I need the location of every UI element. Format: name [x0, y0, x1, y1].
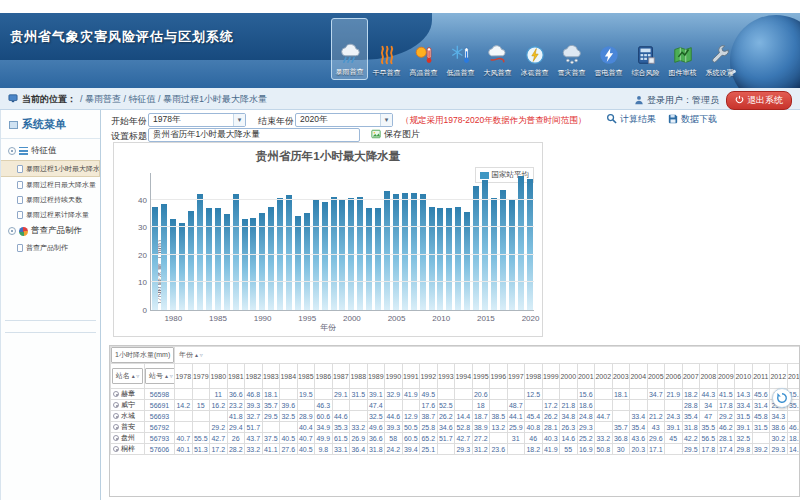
sidebar-item[interactable]: 暴雨过程累计降水量	[1, 207, 100, 222]
year-column-header[interactable]: 1982	[245, 364, 263, 389]
radio-icon[interactable]	[113, 391, 119, 397]
bars	[151, 173, 534, 310]
year-column-header[interactable]: 2006	[665, 364, 683, 389]
year-column-header[interactable]: 2007	[682, 364, 700, 389]
tree-group-普查产品制作[interactable]: 普查产品制作	[1, 222, 100, 240]
filter-icon[interactable]: ▿	[168, 373, 173, 379]
radio-icon[interactable]	[113, 424, 119, 430]
logout-button[interactable]: 退出系统	[726, 91, 792, 110]
year-column-header[interactable]: 1978	[175, 364, 193, 389]
table-row: 盘州5679340.755.542.72643.737.540.540.749.…	[111, 433, 800, 444]
nav-cold[interactable]: 低温普查	[442, 18, 479, 80]
start-year-value: 1978年	[153, 114, 180, 126]
value-cell	[542, 389, 560, 400]
download-button[interactable]: 数据下载	[668, 113, 717, 126]
nav-snow[interactable]: 雪灾普查	[553, 18, 590, 80]
filter-icon[interactable]: ▿	[135, 373, 140, 379]
calculate-button[interactable]: 计算结果	[606, 113, 656, 126]
bar	[161, 204, 167, 310]
year-column-header[interactable]: 1994	[455, 364, 473, 389]
nav-settings[interactable]: 系统设置	[701, 18, 738, 80]
value-cell: 33.4	[735, 400, 753, 411]
year-column-header[interactable]: 2001	[577, 364, 595, 389]
refresh-button[interactable]	[772, 388, 792, 408]
station-name-cell[interactable]: 普安	[111, 422, 145, 433]
year-column-header[interactable]: 1997	[507, 364, 525, 389]
tree-group-特征值[interactable]: 特征值	[1, 142, 100, 160]
radio-icon[interactable]	[113, 413, 119, 419]
year-column-header[interactable]: 1995	[472, 364, 490, 389]
year-column-header[interactable]: 2002	[595, 364, 613, 389]
year-column-header[interactable]: 2003	[612, 364, 630, 389]
year-column-header[interactable]: 1996	[490, 364, 508, 389]
year-column-header[interactable]: 2005	[647, 364, 665, 389]
year-column-header[interactable]: 2010	[735, 364, 753, 389]
year-column-header[interactable]: 1981	[227, 364, 245, 389]
value-cell: 46.8	[787, 422, 800, 433]
station-name-cell[interactable]: 威宁	[111, 400, 145, 411]
year-column-header[interactable]: 1991	[402, 364, 420, 389]
expander-icon[interactable]	[8, 147, 16, 155]
station-id-header[interactable]: 站号 ▴ ▿	[145, 364, 175, 389]
chart-title-input[interactable]: 贵州省历年1小时最大降水量	[148, 128, 360, 142]
value-cell: 25.2	[577, 433, 595, 444]
nav-hail[interactable]: 冰雹普查	[516, 18, 553, 80]
year-column-header[interactable]: 1986	[315, 364, 333, 389]
year-column-header[interactable]: 2000	[560, 364, 578, 389]
station-name-cell[interactable]: 桐梓	[111, 444, 145, 455]
station-name-cell[interactable]: 赫章	[111, 389, 145, 400]
station-name-cell[interactable]: 水城	[111, 411, 145, 422]
year-column-header[interactable]: 2008	[700, 364, 718, 389]
radio-icon[interactable]	[113, 446, 119, 452]
nav-risk[interactable]: 综合风险	[627, 18, 664, 80]
nav-lightning[interactable]: 雷电普查	[590, 18, 627, 80]
sidebar-item[interactable]: 暴雨过程日最大降水量	[1, 177, 100, 192]
hail-icon	[524, 44, 546, 66]
year-column-header[interactable]: 1983	[262, 364, 280, 389]
value-cell: 32.5	[280, 411, 298, 422]
station-name-header[interactable]: 站名 ▴ ▿	[111, 364, 145, 389]
year-column-header[interactable]: 2012	[770, 364, 788, 389]
year-column-header[interactable]: 1984	[280, 364, 298, 389]
value-cell: 17.2	[210, 444, 228, 455]
year-column-header[interactable]: 2011	[752, 364, 770, 389]
nav-map[interactable]: 图件审核	[664, 18, 701, 80]
year-group-header[interactable]: 年份 ▴ ▿	[175, 347, 800, 364]
year-column-header[interactable]: 1979	[192, 364, 210, 389]
breadcrumb-path[interactable]: / 暴雨普查 / 特征值 / 暴雨过程1小时最大降水量	[80, 93, 267, 106]
year-column-header[interactable]: 1999	[542, 364, 560, 389]
value-cell: 24.3	[665, 411, 683, 422]
year-column-header[interactable]: 1993	[437, 364, 455, 389]
radio-icon[interactable]	[113, 435, 119, 441]
sidebar-item[interactable]: 普查产品制作	[1, 240, 100, 255]
value-cell: 39.1	[367, 389, 385, 400]
year-column-header[interactable]: 1990	[385, 364, 403, 389]
sidebar-item[interactable]: 暴雨过程持续天数	[1, 192, 100, 207]
end-year-select[interactable]: 2020年 ▾	[295, 113, 393, 127]
expander-icon[interactable]	[8, 227, 16, 235]
year-column-header[interactable]: 1988	[350, 364, 368, 389]
save-image-button[interactable]: 保存图片	[371, 128, 420, 141]
year-column-header[interactable]: 2009	[717, 364, 735, 389]
start-year-select[interactable]: 1978年 ▾	[148, 113, 246, 127]
station-name-cell[interactable]: 盘州	[111, 433, 145, 444]
radio-icon[interactable]	[113, 402, 119, 408]
year-column-header[interactable]: 1985	[297, 364, 315, 389]
year-column-header[interactable]: 1989	[367, 364, 385, 389]
year-column-header[interactable]: 1987	[332, 364, 350, 389]
nav-heat[interactable]: 高温普查	[405, 18, 442, 80]
pie-icon	[19, 227, 28, 236]
year-column-header[interactable]: 2004	[630, 364, 648, 389]
value-cell: 34.7	[647, 389, 665, 400]
year-column-header[interactable]: 1992	[420, 364, 438, 389]
nav-wind[interactable]: 大风普查	[479, 18, 516, 80]
year-column-header[interactable]: 1998	[525, 364, 543, 389]
sidebar-item[interactable]: 暴雨过程1小时最大降水量	[1, 160, 100, 177]
filter-icon[interactable]: ▿	[198, 352, 203, 358]
year-column-header[interactable]: 1980	[210, 364, 228, 389]
year-column-header[interactable]: 2013	[787, 364, 800, 389]
nav-drought[interactable]: 干旱普查	[368, 18, 405, 80]
nav-label: 雷电普查	[595, 68, 623, 78]
document-icon	[17, 244, 23, 252]
nav-rain[interactable]: 暴雨普查	[331, 18, 368, 80]
